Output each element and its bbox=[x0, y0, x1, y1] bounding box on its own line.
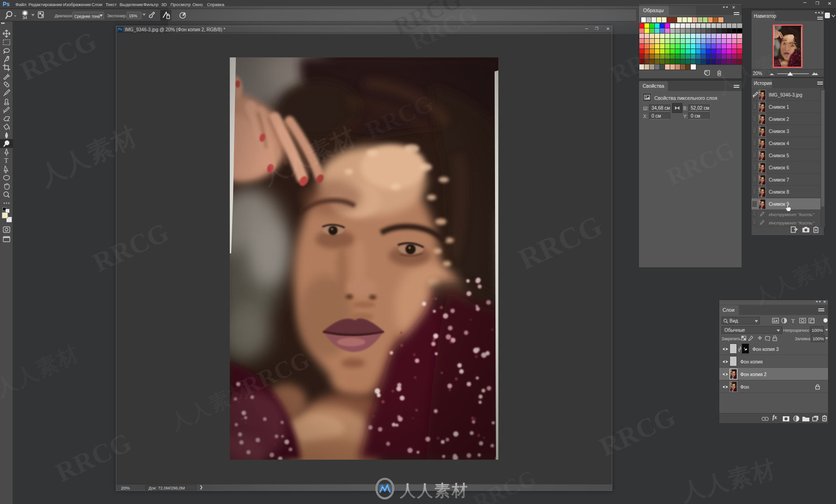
svg-text:T: T bbox=[4, 157, 8, 164]
svg-text:T: T bbox=[791, 317, 795, 324]
